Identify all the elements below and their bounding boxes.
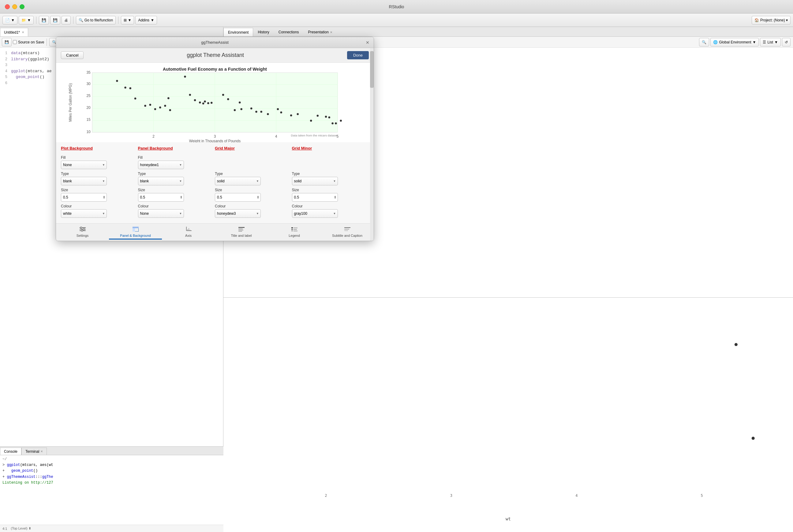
env-refresh-button[interactable]: ↺ (782, 38, 791, 46)
svg-rect-90 (294, 229, 297, 230)
done-button[interactable]: Done (347, 51, 369, 59)
grid-major-size-col: Size (215, 188, 292, 202)
grid-minor-colour-select[interactable]: gray100 white honeydew3 None (292, 209, 338, 218)
panel-bg-type-select[interactable]: blank solid dashed (138, 177, 184, 185)
env-tab-presentation[interactable]: Presentation ✕ (303, 28, 337, 36)
svg-point-51 (239, 101, 241, 104)
grid-major-type-label: Type (215, 172, 287, 176)
app-title: RStudio (389, 4, 404, 9)
svg-text:Data taken from the mtcars dat: Data taken from the mtcars dataset (291, 134, 338, 137)
svg-point-54 (255, 111, 257, 113)
env-tab-environment[interactable]: Environment (223, 28, 253, 36)
grid-major-col: Grid Major (215, 146, 292, 153)
console-tabs: Console Terminal ✕ (0, 446, 223, 455)
axis-icon (185, 227, 191, 233)
list-view-button[interactable]: ☰ List ▼ (760, 38, 781, 46)
settings-label: Settings (76, 234, 89, 238)
svg-point-55 (260, 111, 262, 113)
section-headers: Plot Background Panel Background Grid Ma… (61, 146, 369, 153)
panel-bg-header[interactable]: Panel Background (138, 146, 215, 151)
svg-point-58 (280, 111, 282, 114)
chart-area: Automotive Fuel Economy as a Function of… (56, 63, 374, 142)
console-tab-terminal[interactable]: Terminal ✕ (21, 448, 47, 455)
grid-minor-col: Grid Minor (292, 146, 369, 153)
dialog-close-button[interactable]: ✕ (365, 40, 370, 45)
source-on-save-checkbox[interactable] (13, 40, 17, 44)
plot-bg-header[interactable]: Plot Background (61, 146, 138, 151)
addins-button[interactable]: Addins ▼ (135, 16, 157, 24)
bottom-tab-settings[interactable]: Settings (56, 226, 109, 240)
title-label-tab-label: Title and label (231, 234, 252, 238)
bottom-tab-legend[interactable]: Legend (268, 226, 321, 240)
env-search-button[interactable]: 🔍 (699, 38, 709, 46)
cancel-button[interactable]: Cancel (61, 51, 84, 59)
minimize-button[interactable] (12, 4, 17, 9)
globe-icon: 🌐 (713, 40, 718, 44)
save-all-button[interactable]: 💾 (50, 16, 60, 24)
plot-bg-type-select[interactable]: blank solid dashed (61, 177, 107, 185)
plot-bg-size-wrapper (61, 193, 107, 202)
go-to-file-label: Go to file/function (85, 18, 113, 22)
env-global-button[interactable]: 🌐 Global Environment ▼ (711, 38, 759, 46)
svg-point-44 (202, 102, 204, 104)
maximize-button[interactable] (20, 4, 24, 9)
go-to-file-button[interactable]: 🔍 Go to file/function (76, 16, 116, 24)
panel-bg-fill-select[interactable]: None honeydew1 white gray90 (138, 160, 184, 169)
plot-bg-size-col: Size (61, 188, 138, 202)
bottom-tab-title-label[interactable]: Title and label (215, 226, 268, 240)
go-to-file-icon: 🔍 (79, 18, 83, 22)
svg-text:3: 3 (214, 134, 216, 138)
project-selector[interactable]: 🏠 Project: (None) ▾ (752, 16, 791, 24)
fill-row: Fill None white gray90 honeydew1 Fill (61, 155, 369, 169)
env-tab-history[interactable]: History (253, 28, 274, 36)
main-toolbar: 📄 ▼ 📁 ▼ 💾 💾 🖨 🔍 Go to file/function ⊞ ▼ … (0, 14, 793, 27)
plot-bg-colour-select[interactable]: white None gray100 honeydew3 (61, 209, 107, 218)
svg-rect-85 (238, 231, 242, 232)
plot-bg-size-label: Size (61, 188, 133, 192)
console-line-4: Listening on http://127 (2, 480, 221, 486)
close-terminal-icon[interactable]: ✕ (40, 450, 43, 453)
source-on-save-label[interactable]: Source on Save (13, 40, 44, 44)
open-file-button[interactable]: 📁 ▼ (19, 16, 34, 24)
grid-minor-header[interactable]: Grid Minor (292, 146, 369, 151)
editor-tab-untitled1[interactable]: Untitled1* ✕ (0, 28, 28, 36)
bottom-tab-panel-bg[interactable]: Panel & Background (109, 226, 162, 240)
close-button[interactable] (5, 4, 10, 9)
svg-point-52 (240, 108, 242, 110)
env-tab-connections[interactable]: Connections (274, 28, 303, 36)
list-view-arrow: ▼ (774, 40, 778, 44)
grid-major-type-select[interactable]: solid blank dashed (215, 177, 261, 185)
svg-point-31 (129, 87, 132, 89)
save-button[interactable]: 💾 (39, 16, 49, 24)
save-editor-button[interactable]: 💾 (2, 38, 12, 46)
grid-major-size-input[interactable] (215, 193, 261, 202)
grid-minor-size-input[interactable] (292, 193, 338, 202)
open-file-icon: 📁 (21, 18, 26, 22)
svg-point-57 (277, 108, 279, 110)
plot-bg-fill-select[interactable]: None white gray90 honeydew1 (61, 160, 107, 169)
plot-bg-size-input[interactable] (61, 193, 107, 202)
console-tab-console[interactable]: Console (0, 448, 21, 455)
bottom-plot-svg: wt 2 3 4 5 (223, 298, 793, 532)
new-file-button[interactable]: 📄 ▼ (2, 16, 17, 24)
bottom-tab-subtitle-caption[interactable]: Subtitle and Caption (321, 226, 374, 240)
print-button[interactable]: 🖨 (61, 16, 71, 24)
plot-bg-colour-col: Colour white None gray100 honeydew3 (61, 204, 138, 218)
grid-major-header[interactable]: Grid Major (215, 146, 292, 151)
grid-minor-type-select[interactable]: solid blank dashed (292, 177, 338, 185)
close-presentation-icon[interactable]: ✕ (330, 31, 332, 34)
panel-bg-size-input[interactable] (138, 193, 184, 202)
grid-major-colour-select[interactable]: honeydew3 white gray100 None (215, 209, 261, 218)
panel-bg-colour-select[interactable]: None white honeydew3 gray100 (138, 209, 184, 218)
bottom-tab-axis[interactable]: Axis (162, 226, 215, 240)
grid-button[interactable]: ⊞ ▼ (121, 16, 134, 24)
scroll-thumb[interactable] (370, 51, 374, 88)
svg-point-32 (134, 98, 136, 100)
svg-point-73 (81, 230, 82, 232)
panel-bg-size-label: Size (138, 188, 210, 192)
grid-minor-fill-col (292, 155, 369, 169)
svg-text:Automotive Fuel Economy as a F: Automotive Fuel Economy as a Function of… (163, 67, 267, 72)
cursor-position: 4:1 (2, 527, 7, 530)
close-tab-icon[interactable]: ✕ (22, 31, 24, 34)
dialog-scrollbar[interactable] (370, 48, 374, 241)
